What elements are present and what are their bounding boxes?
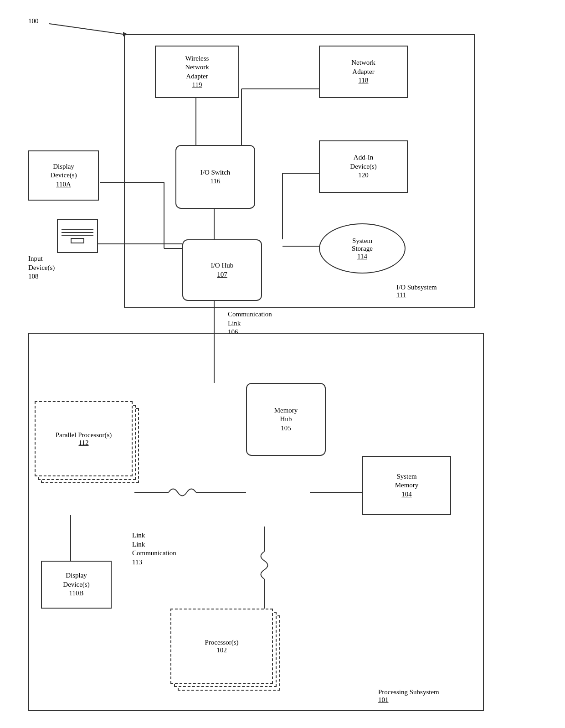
wireless-network-adapter-box: WirelessNetworkAdapter 119 bbox=[155, 46, 239, 98]
input-device-icon bbox=[57, 219, 98, 253]
system-memory-box: SystemMemory 104 bbox=[362, 456, 451, 515]
display-device-b-box: DisplayDevice(s) 110B bbox=[41, 561, 112, 609]
processor-box: Processor(s) 102 bbox=[170, 609, 273, 684]
parallel-processor-box: Parallel Processor(s) 112 bbox=[35, 401, 133, 476]
add-in-device-box: Add-InDevice(s) 120 bbox=[319, 140, 408, 193]
link-communication-label: Link LinkCommunication 113 bbox=[132, 531, 176, 567]
system-storage-box: SystemStorage 114 bbox=[319, 223, 406, 274]
memory-hub-box: MemoryHub 105 bbox=[246, 383, 326, 456]
network-adapter-box: NetworkAdapter 118 bbox=[319, 46, 408, 98]
diagram: 100 I/O Subsystem 111 WirelessNetworkAda… bbox=[0, 0, 565, 728]
processing-subsystem-label: Processing Subsystem 101 bbox=[378, 688, 439, 704]
display-device-a-box: DisplayDevice(s) 110A bbox=[28, 150, 99, 201]
io-switch-box: I/O Switch 116 bbox=[175, 145, 255, 209]
input-device-label: InputDevice(s) 108 bbox=[28, 254, 55, 281]
svg-line-0 bbox=[49, 24, 123, 34]
ref-100-label: 100 bbox=[28, 17, 39, 25]
io-subsystem-label: I/O Subsystem 111 bbox=[396, 284, 437, 299]
io-hub-box: I/O Hub 107 bbox=[182, 239, 262, 301]
